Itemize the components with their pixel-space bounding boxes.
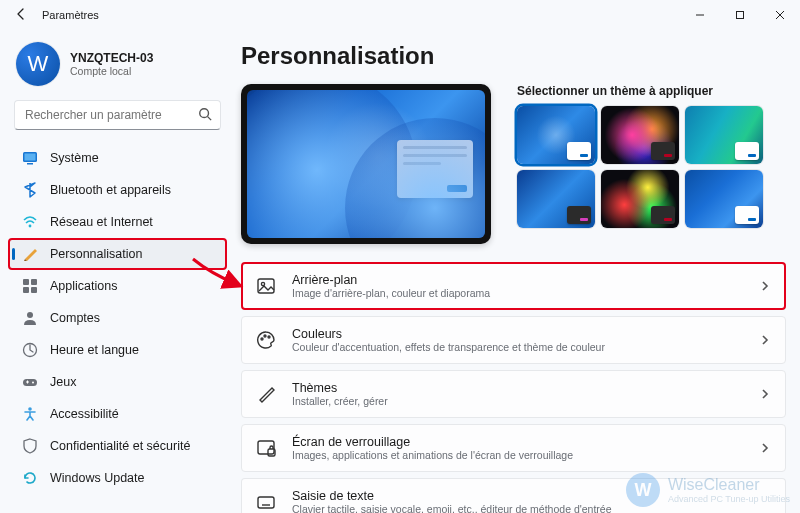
account-type: Compte local [70, 65, 153, 77]
search-box[interactable] [14, 100, 221, 130]
brush-icon [22, 246, 38, 262]
svg-line-5 [208, 116, 212, 120]
window-title: Paramètres [42, 9, 99, 21]
sidebar: W YNZQTECH-03 Compte local Système Bluet… [0, 30, 235, 513]
nav-label: Heure et langue [50, 343, 139, 357]
theme-option-5[interactable] [601, 170, 679, 228]
svg-rect-28 [258, 497, 274, 508]
watermark: W WiseCleaner Advanced PC Tune-up Utilit… [626, 473, 790, 507]
person-icon [22, 310, 38, 326]
watermark-tagline: Advanced PC Tune-up Utilities [668, 494, 790, 504]
search-input[interactable] [23, 107, 198, 123]
row-lockscreen[interactable]: Écran de verrouillage Images, applicatio… [241, 424, 786, 472]
svg-point-20 [28, 407, 32, 411]
row-sub: Installer, créer, gérer [292, 395, 743, 407]
keyboard-icon [256, 492, 276, 512]
row-title: Thèmes [292, 381, 743, 395]
chevron-right-icon [759, 280, 771, 292]
theme-option-2[interactable] [601, 106, 679, 164]
nav-label: Confidentialité et sécurité [50, 439, 190, 453]
nav-label: Windows Update [50, 471, 145, 485]
page-heading: Personnalisation [241, 42, 786, 70]
nav-label: Jeux [50, 375, 76, 389]
row-sub: Images, applications et animations de l'… [292, 449, 743, 461]
shield-icon [22, 438, 38, 454]
nav-personalization[interactable]: Personnalisation [8, 238, 227, 270]
themes-label: Sélectionner un thème à appliquer [517, 84, 786, 98]
palette-icon [256, 330, 276, 350]
svg-point-25 [268, 336, 270, 338]
row-background[interactable]: Arrière-plan Image d'arrière-plan, coule… [241, 262, 786, 310]
titlebar: Paramètres [0, 0, 800, 30]
theme-option-3[interactable] [685, 106, 763, 164]
nav-label: Bluetooth et appareils [50, 183, 171, 197]
nav-accessibility[interactable]: Accessibilité [8, 398, 227, 430]
accessibility-icon [22, 406, 38, 422]
svg-point-4 [200, 108, 209, 117]
close-button[interactable] [760, 0, 800, 30]
nav-accounts[interactable]: Comptes [8, 302, 227, 334]
row-themes[interactable]: Thèmes Installer, créer, gérer [241, 370, 786, 418]
svg-rect-11 [31, 279, 37, 285]
minimize-button[interactable] [680, 0, 720, 30]
svg-rect-8 [27, 163, 33, 165]
svg-rect-19 [27, 381, 28, 384]
account-block[interactable]: W YNZQTECH-03 Compte local [8, 38, 227, 100]
svg-rect-10 [23, 279, 29, 285]
nav-network[interactable]: Réseau et Internet [8, 206, 227, 238]
globe-clock-icon [22, 342, 38, 358]
nav-privacy[interactable]: Confidentialité et sécurité [8, 430, 227, 462]
row-sub: Couleur d'accentuation, effets de transp… [292, 341, 743, 353]
account-name: YNZQTECH-03 [70, 51, 153, 65]
svg-point-24 [264, 335, 266, 337]
search-icon [198, 107, 212, 124]
apps-icon [22, 278, 38, 294]
nav-label: Système [50, 151, 99, 165]
theme-option-1[interactable] [517, 106, 595, 164]
theme-option-4[interactable] [517, 170, 595, 228]
nav-gaming[interactable]: Jeux [8, 366, 227, 398]
watermark-brand: WiseCleaner [668, 476, 790, 494]
nav: Système Bluetooth et appareils Réseau et… [8, 142, 227, 494]
back-button[interactable] [14, 7, 28, 24]
nav-windows-update[interactable]: Windows Update [8, 462, 227, 494]
main-content: Personnalisation Sélectionner un thème à… [235, 30, 800, 513]
svg-point-14 [27, 312, 33, 318]
svg-rect-7 [25, 154, 36, 161]
row-title: Arrière-plan [292, 273, 743, 287]
nav-apps[interactable]: Applications [8, 270, 227, 302]
system-icon [22, 150, 38, 166]
gamepad-icon [22, 374, 38, 390]
svg-point-23 [261, 338, 263, 340]
svg-rect-16 [23, 379, 37, 386]
row-title: Écran de verrouillage [292, 435, 743, 449]
nav-label: Comptes [50, 311, 100, 325]
svg-point-9 [29, 225, 32, 228]
lockscreen-icon [256, 438, 276, 458]
svg-rect-1 [737, 12, 744, 19]
svg-rect-12 [23, 287, 29, 293]
avatar: W [16, 42, 60, 86]
nav-label: Applications [50, 279, 117, 293]
nav-bluetooth[interactable]: Bluetooth et appareils [8, 174, 227, 206]
chevron-right-icon [759, 388, 771, 400]
update-icon [22, 470, 38, 486]
picture-icon [256, 276, 276, 296]
nav-time-lang[interactable]: Heure et langue [8, 334, 227, 366]
nav-system[interactable]: Système [8, 142, 227, 174]
svg-rect-26 [258, 441, 274, 454]
brush-icon [256, 384, 276, 404]
window-controls [680, 0, 800, 30]
nav-label: Personnalisation [50, 247, 142, 261]
chevron-right-icon [759, 334, 771, 346]
row-colors[interactable]: Couleurs Couleur d'accentuation, effets … [241, 316, 786, 364]
maximize-button[interactable] [720, 0, 760, 30]
nav-label: Accessibilité [50, 407, 119, 421]
svg-rect-21 [258, 279, 274, 293]
desktop-preview [241, 84, 491, 244]
wifi-icon [22, 214, 38, 230]
bluetooth-icon [22, 182, 38, 198]
svg-point-22 [261, 282, 264, 285]
nav-label: Réseau et Internet [50, 215, 153, 229]
theme-option-6[interactable] [685, 170, 763, 228]
